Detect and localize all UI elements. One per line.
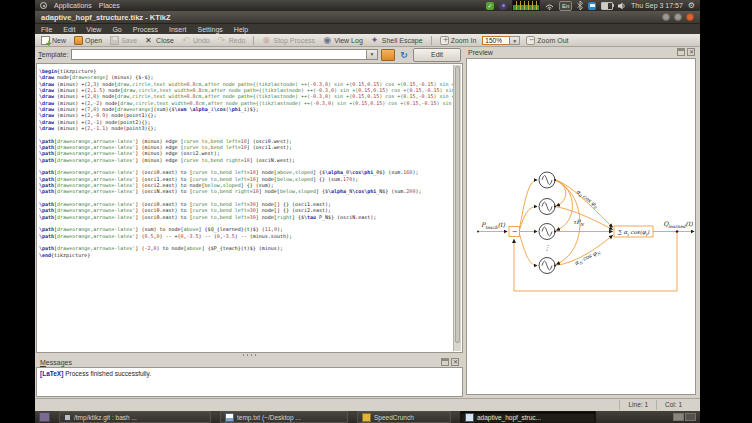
toolbar-button-label: New — [52, 37, 66, 44]
toolbar-button-label: Stop Process — [273, 37, 315, 44]
menu-edit[interactable]: Edit — [63, 26, 75, 33]
wifi-icon[interactable] — [545, 2, 554, 10]
taskbar-item-4[interactable]: adaptive_hopf_struc... — [460, 411, 596, 423]
taskbar-item-3[interactable]: SpeedCrunch — [357, 411, 451, 423]
splitter-handle-icon — [243, 354, 257, 356]
preview-dock: Preview — [464, 47, 699, 398]
toolbar-button-label: Save — [121, 37, 137, 44]
statusbar: Line: 1 Col: 1 — [35, 398, 700, 411]
shell-escape-button[interactable]: Shell Escape — [369, 36, 425, 45]
taskbar-item-label: SpeedCrunch — [374, 414, 414, 421]
log-text: Process finished successfully. — [63, 370, 151, 377]
input-signal-label: Pteach(t) — [481, 221, 506, 230]
taskbar: /tmp/ktikz.git : bash ...temp.txt (~/Des… — [35, 411, 700, 423]
preview-title: Preview — [468, 49, 493, 56]
close-dock-icon[interactable] — [451, 358, 459, 366]
toolbar-button-label: Open — [85, 37, 102, 44]
close-window-button[interactable] — [686, 13, 694, 21]
taskbar-item-label: adaptive_hopf_struc... — [477, 414, 541, 421]
window-titlebar[interactable]: adaptive_hopf_structure.tikz - KTikZ — [35, 11, 700, 24]
save-button: Save — [108, 36, 139, 45]
zoom-level-value[interactable]: 150% — [482, 36, 510, 45]
code-lines: \begin{tikzpicture}\draw node[draw=orang… — [39, 68, 453, 352]
distro-menu-icon[interactable] — [40, 2, 47, 9]
toolbar-button-label: Redo — [229, 37, 246, 44]
messages-dock: Messages [LaTeX] Process finished succes… — [36, 357, 463, 398]
code-line: \end{tikzpicture} — [39, 252, 453, 258]
menu-insert[interactable]: Insert — [169, 26, 187, 33]
template-combobox[interactable]: ▼ — [71, 49, 378, 60]
menu-go[interactable]: Go — [112, 26, 121, 33]
panel-clock[interactable]: Thu Sep 3 17:57 — [631, 2, 683, 9]
session-gear-icon[interactable]: ⚙ — [688, 2, 695, 10]
undo-icon — [182, 36, 191, 45]
gnome-top-panel: Applications Places ✓ En Thu Sep 3 17:57… — [35, 0, 700, 11]
zoom-out-button[interactable]: Zoom Out — [524, 36, 570, 45]
battery-icon[interactable] — [601, 2, 613, 10]
close-dock-icon[interactable] — [687, 48, 695, 56]
taskbar-item-1[interactable]: /tmp/ktikz.git : bash ... — [59, 411, 211, 423]
volume-icon[interactable] — [618, 2, 626, 10]
toolbar-button-label: Close — [156, 37, 174, 44]
zoom-in-button[interactable]: Zoom In — [438, 36, 479, 45]
redo-icon — [218, 36, 227, 45]
taskbar-item-label: /tmp/ktikz.git : bash ... — [74, 414, 137, 421]
chevron-down-icon[interactable]: ▼ — [366, 50, 377, 59]
menu-settings[interactable]: Settings — [198, 26, 223, 33]
status-col: Col: 1 — [656, 400, 690, 410]
close-button[interactable]: Close — [143, 36, 176, 45]
menu-process[interactable]: Process — [133, 26, 158, 33]
shell-icon — [371, 36, 380, 45]
workspace-1[interactable] — [673, 413, 684, 421]
bluetooth-icon[interactable] — [577, 1, 583, 10]
menubar: FileEditViewGoProcessInsertSettingsHelp — [35, 24, 700, 34]
menu-view[interactable]: View — [86, 26, 101, 33]
system-monitor-applet[interactable] — [512, 0, 540, 11]
template-edit-button[interactable]: Edit — [413, 48, 461, 62]
keyboard-layout-indicator[interactable]: En — [559, 1, 572, 11]
alpha0-label: α0 cos φ0 — [574, 188, 599, 210]
taskbar-item-label: temp.txt (~/Desktop ... — [237, 414, 301, 421]
code-editor[interactable]: \begin{tikzpicture}\draw node[draw=orang… — [36, 63, 463, 353]
toolbar-button-label: Zoom In — [451, 37, 477, 44]
editor-vertical-scrollbar[interactable] — [453, 65, 461, 351]
workspace-2[interactable] — [685, 413, 696, 421]
messages-title: Messages — [40, 359, 72, 366]
maximize-button[interactable] — [674, 13, 682, 21]
template-label: Template: — [38, 51, 68, 58]
indicator-orb-icon[interactable] — [499, 2, 507, 10]
float-dock-icon[interactable] — [677, 48, 685, 56]
new-button[interactable]: New — [39, 36, 68, 45]
save-icon — [110, 36, 119, 45]
viewlog-icon — [323, 36, 332, 45]
stop-icon — [262, 36, 271, 45]
workspace-switcher[interactable] — [673, 413, 696, 421]
template-open-folder-button[interactable] — [381, 49, 395, 61]
zoomout-icon — [526, 36, 535, 45]
taskbar-item-2[interactable]: temp.txt (~/Desktop ... — [220, 411, 348, 423]
show-desktop-icon[interactable] — [39, 412, 50, 422]
undo-button: Undo — [180, 36, 212, 45]
float-dock-icon[interactable] — [441, 358, 449, 366]
view-log-button[interactable]: View Log — [321, 36, 365, 45]
open-button[interactable]: Open — [72, 36, 104, 45]
new-icon — [41, 36, 50, 45]
scrollbar-thumb[interactable] — [455, 66, 460, 343]
panel-menu-applications[interactable]: Applications — [54, 2, 92, 9]
panel-tray: ✓ En Thu Sep 3 17:57 ⚙ — [486, 0, 695, 11]
toolbar-button-label: Zoom Out — [537, 37, 568, 44]
updates-ok-icon[interactable]: ✓ — [486, 2, 494, 10]
toolbar-separator — [431, 36, 432, 45]
messaging-menu-icon[interactable] — [588, 2, 596, 10]
log-tag: [LaTeX] — [40, 370, 63, 377]
window-title: adaptive_hopf_structure.tikz - KTikZ — [41, 13, 170, 22]
zoom-level-combo[interactable]: 150%▼ — [482, 36, 520, 45]
panel-menu-places[interactable]: Places — [99, 2, 120, 9]
menu-help[interactable]: Help — [234, 26, 248, 33]
template-reload-button[interactable] — [398, 50, 410, 60]
chevron-down-icon[interactable]: ▼ — [510, 36, 520, 45]
menu-file[interactable]: File — [41, 26, 52, 33]
minimize-button[interactable] — [662, 13, 670, 21]
desktop-screen: Applications Places ✓ En Thu Sep 3 17:57… — [35, 0, 700, 423]
window-body: Template: ▼ Edit \begin{tikzpicture}\dra… — [35, 47, 700, 398]
